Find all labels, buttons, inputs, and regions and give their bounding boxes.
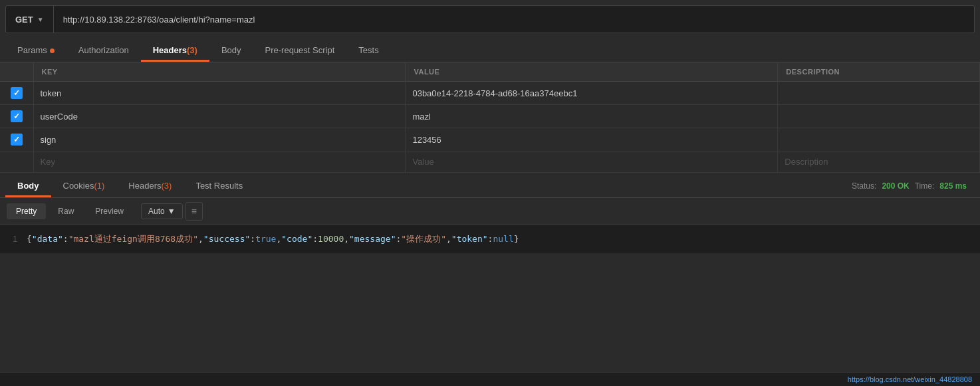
new-row-checkbox-cell [0, 151, 33, 173]
headers-table: KEY VALUE DESCRIPTION token 03ba0e14-221… [0, 62, 980, 173]
col-value: VALUE [406, 62, 778, 82]
footer-url: https://blog.csdn.net/weixin_44828808 [848, 375, 972, 383]
tab-body[interactable]: Body [209, 39, 253, 62]
url-bar: GET ▼ [5, 5, 975, 33]
row-0-description[interactable] [778, 82, 980, 105]
tab-authorization[interactable]: Authorization [66, 39, 141, 62]
new-row-value[interactable]: Value [406, 151, 778, 173]
format-selector[interactable]: Auto ▼ [141, 203, 183, 219]
row-0-checkbox[interactable] [11, 87, 23, 99]
format-label: Auto [148, 207, 165, 216]
tab-response-cookies[interactable]: Cookies(1) [51, 174, 117, 197]
row-1-value[interactable]: mazl [406, 105, 778, 128]
new-row-key[interactable]: Key [33, 151, 406, 173]
wrap-icon[interactable]: ≡ [185, 202, 203, 221]
method-label: GET [15, 15, 33, 25]
new-row: Key Value Description [0, 151, 980, 173]
tab-params[interactable]: Params [5, 39, 66, 62]
table-row: userCode mazl [0, 105, 980, 128]
response-status: Status: 200 OK Time: 825 ms [844, 181, 975, 191]
code-line-1: 1 {"data":"mazl通过feign调用8768成功","success… [0, 232, 980, 246]
table-row: sign 123456 [0, 128, 980, 151]
row-0-value[interactable]: 03ba0e14-2218-4784-ad68-16aa374eebc1 [406, 82, 778, 105]
time-label: Time: [915, 181, 935, 191]
time-value: 825 ms [939, 181, 967, 191]
tab-headers[interactable]: Headers(3) [141, 39, 209, 62]
response-body-code: 1 {"data":"mazl通过feign调用8768成功","success… [0, 225, 980, 253]
new-row-description[interactable]: Description [778, 151, 980, 173]
col-key: KEY [33, 62, 406, 82]
response-toolbar: Pretty Raw Preview Auto ▼ ≡ [0, 198, 980, 225]
request-tabs-bar: Params Authorization Headers(3) Body Pre… [0, 39, 980, 62]
status-label: Status: [852, 181, 876, 191]
format-chevron-icon: ▼ [168, 207, 176, 216]
footer-bar: https://blog.csdn.net/weixin_44828808 [0, 372, 980, 386]
method-selector[interactable]: GET ▼ [6, 6, 54, 33]
line-number-1: 1 [0, 235, 27, 244]
table-row: token 03ba0e14-2218-4784-ad68-16aa374eeb… [0, 82, 980, 105]
tab-tests[interactable]: Tests [346, 39, 390, 62]
table-header-row: KEY VALUE DESCRIPTION [0, 62, 980, 82]
row-2-checkbox[interactable] [11, 134, 23, 145]
url-input[interactable] [54, 15, 974, 25]
response-mode-pretty[interactable]: Pretty [7, 203, 46, 219]
row-2-checkbox-cell [0, 128, 33, 151]
code-content-1: {"data":"mazl通过feign调用8768成功","success":… [27, 233, 519, 245]
col-checkbox [0, 62, 33, 82]
params-dot [50, 48, 55, 53]
tab-response-headers[interactable]: Headers(3) [116, 174, 184, 197]
row-0-checkbox-cell [0, 82, 33, 105]
row-1-key[interactable]: userCode [33, 105, 406, 128]
response-tabs-bar: Body Cookies(1) Headers(3) Test Results … [0, 174, 980, 198]
tab-pre-request-script[interactable]: Pre-request Script [253, 39, 347, 62]
row-0-key[interactable]: token [33, 82, 406, 105]
row-2-description[interactable] [778, 128, 980, 151]
tab-response-test-results[interactable]: Test Results [184, 174, 255, 197]
status-code: 200 OK [882, 181, 909, 191]
tab-response-body[interactable]: Body [5, 174, 51, 197]
row-1-checkbox-cell [0, 105, 33, 128]
row-2-key[interactable]: sign [33, 128, 406, 151]
col-description: DESCRIPTION [778, 62, 980, 82]
response-mode-preview[interactable]: Preview [86, 203, 133, 219]
row-2-value[interactable]: 123456 [406, 128, 778, 151]
row-1-checkbox[interactable] [11, 110, 23, 122]
row-1-description[interactable] [778, 105, 980, 128]
method-chevron-icon: ▼ [37, 16, 44, 23]
response-mode-raw[interactable]: Raw [49, 203, 83, 219]
